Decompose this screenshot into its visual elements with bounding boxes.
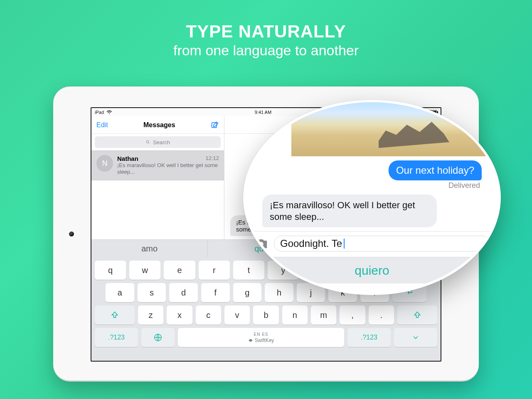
key-n[interactable]: n: [282, 305, 308, 325]
key-m[interactable]: m: [311, 305, 336, 325]
edit-button[interactable]: Edit: [96, 121, 108, 129]
shift-icon: [111, 311, 119, 319]
promo-headline: TYPE NATURALLY from one language to anot…: [0, 0, 532, 59]
key-w[interactable]: w: [129, 261, 160, 280]
search-placeholder: Search: [153, 139, 170, 145]
conversation-name: Nathan: [117, 155, 138, 162]
shift-icon: [413, 311, 421, 319]
key-,[interactable]: ,: [340, 305, 365, 325]
camera-dot: [69, 232, 74, 236]
zoom-delivered-label: Delivered: [448, 181, 480, 190]
key-z[interactable]: z: [138, 305, 163, 325]
key-h[interactable]: h: [265, 283, 293, 302]
globe-key[interactable]: [141, 328, 175, 347]
svg-point-1: [146, 140, 149, 143]
globe-icon: [153, 333, 163, 342]
key-.[interactable]: .: [369, 305, 394, 325]
key-a[interactable]: a: [106, 283, 134, 302]
key-q[interactable]: q: [95, 261, 126, 280]
key-v[interactable]: v: [224, 305, 250, 325]
promo-line1: TYPE NATURALLY: [0, 22, 532, 42]
key-f[interactable]: f: [201, 283, 230, 302]
promo-line2: from one language to another: [0, 42, 532, 59]
compose-icon[interactable]: [211, 121, 219, 129]
swiftkey-logo-icon: [248, 338, 253, 343]
key-x[interactable]: x: [167, 305, 192, 325]
key-r[interactable]: r: [199, 261, 230, 280]
key-e[interactable]: e: [164, 261, 195, 280]
shift-key-right[interactable]: [397, 305, 437, 325]
zoom-magnifier: Our next holiday? Delivered ¡Es maravill…: [243, 100, 501, 295]
conversation-item[interactable]: N Nathan 12:12 ¡Es maravilloso! OK well …: [91, 150, 224, 180]
zoom-text-caret: [344, 239, 345, 249]
suggestion-1[interactable]: amo: [91, 240, 207, 257]
dismiss-keyboard-key[interactable]: [394, 328, 437, 347]
shift-key[interactable]: [95, 305, 135, 325]
key-g[interactable]: g: [233, 283, 262, 302]
sidebar-title: Messages: [143, 121, 175, 129]
zoom-received-bubble: ¡Es maravilloso! OK well I better get so…: [262, 195, 437, 227]
wifi-icon: [106, 110, 112, 114]
clock: 9:41 AM: [255, 110, 271, 115]
numbers-key-right[interactable]: .?123: [347, 328, 391, 347]
conversation-time: 12:12: [205, 155, 219, 162]
device-label: iPad: [95, 110, 104, 115]
search-input[interactable]: Search: [95, 136, 221, 148]
avatar: N: [96, 155, 113, 172]
search-icon: [145, 140, 150, 145]
numbers-key[interactable]: .?123: [95, 328, 138, 347]
key-c[interactable]: c: [196, 305, 221, 325]
key-t[interactable]: t: [233, 261, 264, 280]
chevron-down-icon: [411, 333, 420, 342]
zoom-message-input: Goodnight. Te: [274, 236, 490, 251]
key-s[interactable]: s: [138, 283, 166, 302]
key-d[interactable]: d: [169, 283, 198, 302]
conversation-preview: ¡Es maravilloso! OK well I better get so…: [117, 162, 219, 176]
spacebar-key[interactable]: EN ES SwiftKey: [178, 328, 344, 347]
zoom-sent-bubble: Our next holiday?: [389, 160, 482, 180]
key-b[interactable]: b: [253, 305, 278, 325]
